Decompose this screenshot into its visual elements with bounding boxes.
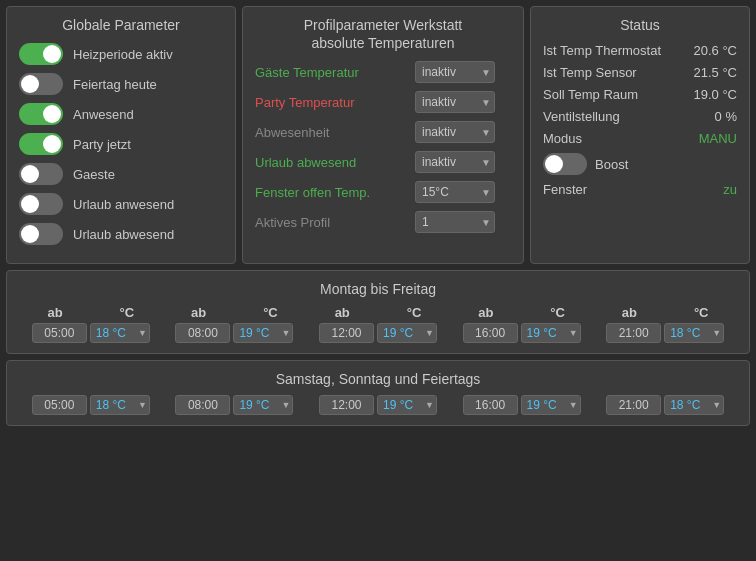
status-row-ist-temp: Ist Temp Thermostat 20.6 °C xyxy=(543,43,737,58)
status-value-fenster: zu xyxy=(723,182,737,197)
profil-select-abwesenheit[interactable]: inaktivaktiv xyxy=(415,121,495,143)
samstag-temp-wrap-2: 18 °C19 °C ▼ xyxy=(377,395,437,415)
toggle-row-party: Party jetzt xyxy=(19,133,223,155)
samstag-temp-3[interactable]: 18 °C19 °C xyxy=(521,395,581,415)
montag-time-0[interactable] xyxy=(32,323,87,343)
montag-slot-4-headers: ab °C xyxy=(593,305,737,320)
profil-label-gaeste: Gäste Temperatur xyxy=(255,65,415,80)
toggle-party[interactable] xyxy=(19,133,63,155)
profil-title-sub: absolute Temperaturen xyxy=(255,35,511,51)
montag-slot-3-inputs: 18 °C19 °C20 °C ▼ xyxy=(450,323,594,343)
samstag-temp-1[interactable]: 18 °C19 °C xyxy=(233,395,293,415)
profil-select-wrap-aktiv: 123 ▼ xyxy=(415,211,495,233)
montag-temp-wrap-3: 18 °C19 °C20 °C ▼ xyxy=(521,323,581,343)
profil-select-wrap-party: inaktivaktiv ▼ xyxy=(415,91,495,113)
profil-select-wrap-abwesenheit: inaktivaktiv ▼ xyxy=(415,121,495,143)
samstag-slot-3: 18 °C19 °C ▼ xyxy=(450,395,594,415)
montag-time-2[interactable] xyxy=(319,323,374,343)
montag-slot-2: ab °C 18 °C19 °C20 °C ▼ xyxy=(306,305,450,343)
toggle-label-gaeste: Gaeste xyxy=(73,167,115,182)
profil-row-gaeste: Gäste Temperatur inaktivaktiv ▼ xyxy=(255,61,511,83)
profil-select-wrap-fenster: 15°C16°C17°C18°C ▼ xyxy=(415,181,495,203)
profil-select-wrap-urlaub-ab: inaktivaktiv ▼ xyxy=(415,151,495,173)
celsius-label-2: °C xyxy=(407,305,422,320)
status-row-modus: Modus MANU xyxy=(543,131,737,146)
samstag-temp-2[interactable]: 18 °C19 °C xyxy=(377,395,437,415)
toggle-urlaub-abwesend[interactable] xyxy=(19,223,63,245)
ab-label-4: ab xyxy=(622,305,637,320)
montag-schedule-groups: ab °C 18 °C19 °C20 °C ▼ ab °C xyxy=(19,305,737,343)
status-label-soll-temp: Soll Temp Raum xyxy=(543,87,693,102)
toggle-label-urlaub-an: Urlaub anwesend xyxy=(73,197,174,212)
montag-slot-0-headers: ab °C xyxy=(19,305,163,320)
boost-label: Boost xyxy=(595,157,628,172)
profil-row-abwesenheit: Abwesenheit inaktivaktiv ▼ xyxy=(255,121,511,143)
toggle-boost[interactable] xyxy=(543,153,587,175)
status-label-fenster: Fenster xyxy=(543,182,723,197)
profil-row-fenster: Fenster offen Temp. 15°C16°C17°C18°C ▼ xyxy=(255,181,511,203)
samstag-slot-3-inputs: 18 °C19 °C ▼ xyxy=(450,395,594,415)
toggle-label-feiertag: Feiertag heute xyxy=(73,77,157,92)
montag-time-4[interactable] xyxy=(606,323,661,343)
status-label-ventil: Ventilstellung xyxy=(543,109,715,124)
samstag-temp-0[interactable]: 18 °C19 °C xyxy=(90,395,150,415)
status-value-modus: MANU xyxy=(699,131,737,146)
profil-select-wrap-gaeste: inaktivaktiv ▼ xyxy=(415,61,495,83)
profil-select-urlaub-ab[interactable]: inaktivaktiv xyxy=(415,151,495,173)
status-label-modus: Modus xyxy=(543,131,699,146)
montag-slot-2-headers: ab °C xyxy=(306,305,450,320)
montag-temp-wrap-0: 18 °C19 °C20 °C ▼ xyxy=(90,323,150,343)
toggle-feiertag[interactable] xyxy=(19,73,63,95)
celsius-label-4: °C xyxy=(694,305,709,320)
montag-temp-4[interactable]: 18 °C19 °C20 °C xyxy=(664,323,724,343)
samstag-slot-2-inputs: 18 °C19 °C ▼ xyxy=(306,395,450,415)
profil-select-party[interactable]: inaktivaktiv xyxy=(415,91,495,113)
profil-select-gaeste[interactable]: inaktivaktiv xyxy=(415,61,495,83)
ab-label-0: ab xyxy=(47,305,62,320)
ab-label-2: ab xyxy=(335,305,350,320)
samstag-title: Samstag, Sonntag und Feiertags xyxy=(19,371,737,387)
montag-temp-2[interactable]: 18 °C19 °C20 °C xyxy=(377,323,437,343)
toggle-label-anwesend: Anwesend xyxy=(73,107,134,122)
profil-label-fenster: Fenster offen Temp. xyxy=(255,185,415,200)
samstag-temp-wrap-1: 18 °C19 °C ▼ xyxy=(233,395,293,415)
samstag-temp-4[interactable]: 18 °C19 °C xyxy=(664,395,724,415)
toggle-gaeste[interactable] xyxy=(19,163,63,185)
profil-select-fenster[interactable]: 15°C16°C17°C18°C xyxy=(415,181,495,203)
status-value-ist-sensor: 21.5 °C xyxy=(693,65,737,80)
status-label-ist-temp: Ist Temp Thermostat xyxy=(543,43,693,58)
montag-temp-3[interactable]: 18 °C19 °C20 °C xyxy=(521,323,581,343)
montag-time-1[interactable] xyxy=(175,323,230,343)
samstag-time-2[interactable] xyxy=(319,395,374,415)
globale-title: Globale Parameter xyxy=(19,17,223,33)
main-container: Globale Parameter Heizperiode aktiv Feie… xyxy=(0,0,756,432)
samstag-schedule-groups: 18 °C19 °C ▼ 18 °C19 °C ▼ xyxy=(19,395,737,415)
montag-slot-3: ab °C 18 °C19 °C20 °C ▼ xyxy=(450,305,594,343)
profil-label-urlaub-ab: Urlaub abwesend xyxy=(255,155,415,170)
status-title: Status xyxy=(543,17,737,33)
samstag-time-0[interactable] xyxy=(32,395,87,415)
samstag-time-4[interactable] xyxy=(606,395,661,415)
montag-slot-1: ab °C 18 °C19 °C20 °C ▼ xyxy=(163,305,307,343)
montag-temp-wrap-1: 18 °C19 °C20 °C ▼ xyxy=(233,323,293,343)
montag-slot-1-inputs: 18 °C19 °C20 °C ▼ xyxy=(163,323,307,343)
toggle-heizperiode[interactable] xyxy=(19,43,63,65)
samstag-slot-0-inputs: 18 °C19 °C ▼ xyxy=(19,395,163,415)
toggle-row-gaeste: Gaeste xyxy=(19,163,223,185)
samstag-time-3[interactable] xyxy=(463,395,518,415)
toggle-urlaub-anwesend[interactable] xyxy=(19,193,63,215)
profil-row-party: Party Temperatur inaktivaktiv ▼ xyxy=(255,91,511,113)
globale-panel: Globale Parameter Heizperiode aktiv Feie… xyxy=(6,6,236,264)
montag-time-3[interactable] xyxy=(463,323,518,343)
montag-temp-1[interactable]: 18 °C19 °C20 °C xyxy=(233,323,293,343)
samstag-time-1[interactable] xyxy=(175,395,230,415)
toggle-anwesend[interactable] xyxy=(19,103,63,125)
montag-temp-wrap-4: 18 °C19 °C20 °C ▼ xyxy=(664,323,724,343)
toggle-label-party: Party jetzt xyxy=(73,137,131,152)
profil-label-party: Party Temperatur xyxy=(255,95,415,110)
profil-select-aktiv[interactable]: 123 xyxy=(415,211,495,233)
montag-title: Montag bis Freitag xyxy=(19,281,737,297)
profil-row-urlaub-ab: Urlaub abwesend inaktivaktiv ▼ xyxy=(255,151,511,173)
montag-temp-0[interactable]: 18 °C19 °C20 °C xyxy=(90,323,150,343)
toggle-row-urlaub-an: Urlaub anwesend xyxy=(19,193,223,215)
